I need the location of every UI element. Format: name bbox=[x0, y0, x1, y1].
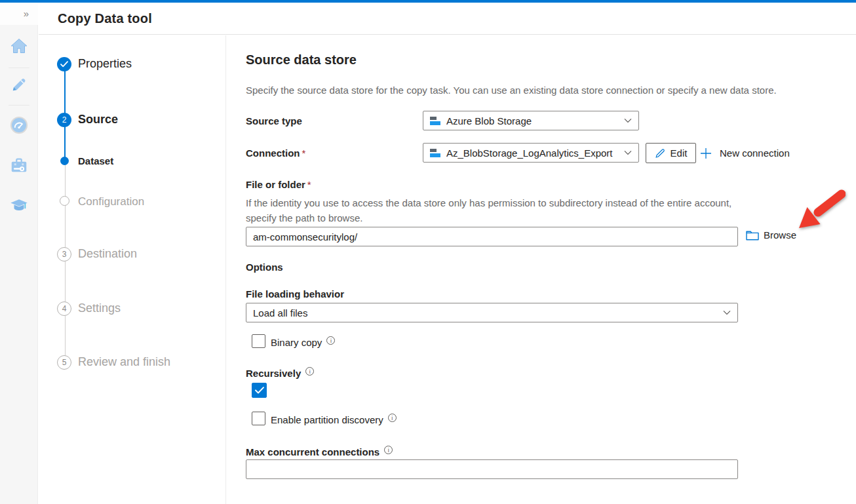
max-concurrent-label: Max concurrent connections bbox=[246, 446, 393, 457]
wizard-steps-panel: Properties 2 Source Dataset Configuratio… bbox=[39, 35, 226, 504]
source-data-store-form: Source data store Specify the source dat… bbox=[227, 35, 856, 504]
max-concurrent-label-text: Max concurrent connections bbox=[246, 446, 379, 457]
browse-label: Browse bbox=[764, 229, 796, 241]
step-label: Settings bbox=[78, 301, 121, 315]
sidebar-divider bbox=[9, 68, 29, 68]
pencil-icon bbox=[655, 148, 665, 159]
step-label: Destination bbox=[78, 247, 137, 261]
step-dot-marker bbox=[60, 157, 69, 165]
annotation-arrow-icon bbox=[789, 188, 846, 237]
monitor-gauge-icon[interactable] bbox=[9, 115, 29, 135]
partition-discovery-checkbox[interactable] bbox=[252, 412, 265, 425]
recursively-label-text: Recursively bbox=[246, 368, 301, 379]
manage-toolbox-icon[interactable] bbox=[9, 155, 29, 175]
folder-icon bbox=[746, 230, 759, 241]
file-loading-behavior-dropdown[interactable]: Load all files bbox=[246, 303, 738, 322]
new-connection-label: New connection bbox=[720, 147, 790, 159]
file-or-folder-label: File or folder* bbox=[246, 179, 311, 190]
step-label: Dataset bbox=[78, 155, 113, 166]
browse-button[interactable]: Browse bbox=[746, 229, 796, 241]
recursively-label: Recursively bbox=[246, 367, 314, 379]
required-marker: * bbox=[302, 147, 306, 159]
file-or-folder-label-text: File or folder bbox=[246, 179, 305, 190]
step-number-marker: 5 bbox=[57, 355, 71, 370]
section-description: Specify the source data store for the co… bbox=[246, 85, 830, 96]
connection-value: Az_BlobStorage_LogAnalytics_Export bbox=[446, 147, 620, 159]
author-pencil-icon[interactable] bbox=[9, 75, 29, 94]
step-number-marker: 2 bbox=[57, 113, 71, 127]
info-icon[interactable] bbox=[305, 367, 314, 376]
file-loading-behavior-value: Load all files bbox=[253, 307, 719, 319]
azure-blob-storage-icon bbox=[430, 149, 440, 157]
file-loading-behavior-label: File loading behavior bbox=[246, 288, 344, 300]
chevron-down-icon bbox=[723, 310, 731, 315]
collapse-sidebar-icon[interactable]: » bbox=[19, 7, 33, 21]
sidebar-top: » bbox=[0, 3, 38, 25]
step-label: Properties bbox=[78, 57, 132, 71]
new-connection-button[interactable]: New connection bbox=[700, 143, 790, 163]
partition-discovery-label: Enable partition discovery bbox=[271, 414, 397, 425]
page-title: Copy Data tool bbox=[58, 11, 152, 26]
options-heading: Options bbox=[246, 262, 283, 273]
info-icon[interactable] bbox=[326, 336, 335, 345]
step-number-marker: 3 bbox=[57, 247, 71, 262]
connection-label-text: Connection bbox=[246, 147, 300, 159]
file-or-folder-input[interactable] bbox=[246, 227, 738, 246]
app-sidebar: » bbox=[0, 3, 38, 504]
step-label: Configuration bbox=[78, 195, 144, 208]
source-type-value: Azure Blob Storage bbox=[446, 115, 620, 126]
source-type-label: Source type bbox=[246, 115, 302, 126]
page-header: Copy Data tool bbox=[39, 3, 856, 35]
step-label: Source bbox=[78, 113, 118, 126]
check-icon bbox=[255, 387, 264, 394]
home-icon[interactable] bbox=[9, 36, 29, 56]
step-ring-marker bbox=[60, 196, 69, 206]
step-label: Review and finish bbox=[78, 355, 170, 369]
edit-button-label: Edit bbox=[671, 147, 688, 159]
azure-blob-storage-icon bbox=[430, 117, 440, 125]
section-heading: Source data store bbox=[246, 52, 357, 68]
binary-copy-label-text: Binary copy bbox=[271, 337, 322, 348]
chevron-down-icon bbox=[624, 118, 632, 123]
step-connector-upcoming bbox=[65, 161, 66, 362]
source-type-dropdown[interactable]: Azure Blob Storage bbox=[423, 111, 639, 130]
chevron-down-icon bbox=[624, 150, 632, 155]
step-number-marker: 4 bbox=[57, 301, 71, 316]
required-marker: * bbox=[307, 179, 311, 190]
max-concurrent-input[interactable] bbox=[246, 459, 738, 479]
file-or-folder-help: If the identity you use to access the da… bbox=[246, 195, 734, 225]
binary-copy-checkbox[interactable] bbox=[252, 334, 265, 348]
connection-label: Connection* bbox=[246, 147, 305, 159]
connection-dropdown[interactable]: Az_BlobStorage_LogAnalytics_Export bbox=[423, 143, 639, 163]
check-icon bbox=[60, 61, 68, 68]
info-icon[interactable] bbox=[388, 414, 397, 422]
edit-connection-button[interactable]: Edit bbox=[646, 143, 696, 163]
sidebar-divider bbox=[9, 105, 29, 106]
partition-discovery-label-text: Enable partition discovery bbox=[271, 414, 383, 425]
plus-icon bbox=[700, 147, 712, 159]
info-icon[interactable] bbox=[384, 446, 393, 454]
recursively-checkbox[interactable] bbox=[252, 383, 267, 398]
step-check-marker bbox=[57, 57, 71, 71]
binary-copy-label: Binary copy bbox=[271, 336, 335, 348]
learning-cap-icon[interactable] bbox=[9, 195, 29, 215]
